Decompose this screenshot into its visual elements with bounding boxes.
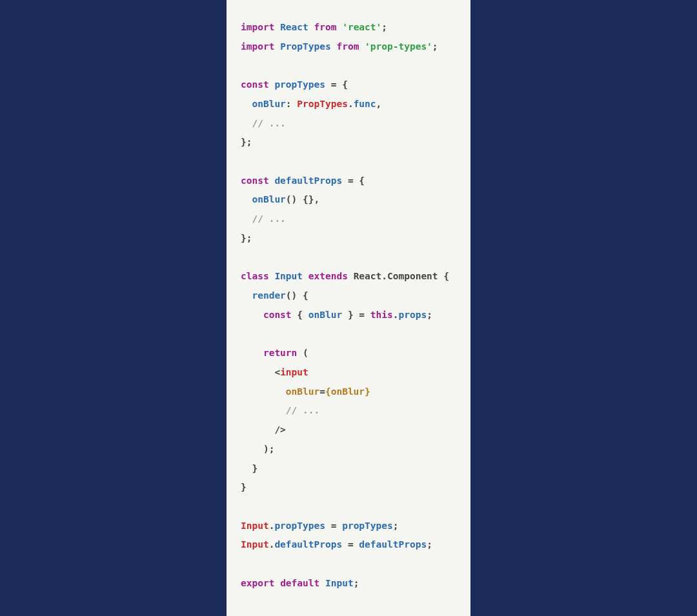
- code-token: =: [325, 521, 342, 531]
- code-token: [241, 463, 252, 473]
- code-token: =: [342, 539, 359, 550]
- code-line: [241, 248, 456, 268]
- code-token: React.Component: [354, 271, 438, 281]
- code-token: };: [241, 137, 252, 147]
- code-token: ;: [393, 521, 399, 531]
- code-token: [241, 310, 263, 320]
- code-token: [292, 310, 298, 320]
- code-token: (: [297, 348, 308, 358]
- code-token: [241, 194, 252, 204]
- code-token: [241, 386, 286, 397]
- code-token: () {},: [286, 194, 319, 204]
- code-token: [274, 22, 280, 32]
- code-line: onBlur={onBlur}: [241, 383, 456, 402]
- code-token: [274, 41, 280, 52]
- code-line: };: [241, 229, 456, 248]
- code-line: export default Input;: [241, 574, 456, 593]
- code-line: );: [241, 440, 456, 459]
- code-token: [438, 271, 444, 281]
- code-line: />: [241, 421, 456, 440]
- code-token: [348, 271, 354, 281]
- code-token: };: [241, 233, 252, 243]
- code-token: [241, 424, 274, 435]
- code-token: ;: [427, 539, 432, 550]
- code-token: ;: [427, 310, 432, 320]
- code-token: }: [241, 482, 247, 492]
- code-token: import: [241, 22, 274, 32]
- code-line: // ...: [241, 401, 456, 421]
- code-token: // ...: [252, 118, 285, 128]
- code-token: [241, 99, 252, 109]
- code-token: const: [241, 175, 269, 186]
- code-token: // ...: [252, 214, 285, 224]
- code-token: onBlur: [252, 194, 285, 204]
- code-line: onBlur() {},: [241, 190, 456, 210]
- code-token: onBlur: [331, 386, 365, 397]
- code-token: } =: [342, 310, 370, 320]
- code-block: import React from 'react';import PropTyp…: [241, 18, 456, 593]
- code-token: {: [359, 175, 365, 186]
- code-token: =: [325, 79, 342, 90]
- code-line: Input.propTypes = propTypes;: [241, 517, 456, 536]
- code-token: Input: [274, 271, 303, 281]
- code-line: import React from 'react';: [241, 18, 456, 37]
- code-line: [241, 152, 456, 172]
- code-token: :: [286, 99, 297, 109]
- code-token: ;: [381, 22, 387, 32]
- code-line: const propTypes = {: [241, 75, 456, 95]
- code-token: Input: [325, 578, 354, 588]
- code-token: [359, 41, 365, 52]
- code-token: [241, 214, 252, 224]
- code-token: import: [241, 41, 274, 52]
- code-token: propTypes: [274, 521, 325, 531]
- code-token: render: [252, 290, 285, 301]
- code-token: this: [370, 310, 393, 320]
- code-token: input: [280, 367, 308, 377]
- code-token: 'react': [342, 22, 381, 32]
- code-line: [241, 555, 456, 574]
- code-token: const: [263, 310, 292, 320]
- code-token: );: [263, 444, 274, 454]
- code-token: }: [365, 386, 370, 397]
- code-line: [241, 497, 456, 517]
- code-token: [241, 348, 263, 358]
- code-line: import PropTypes from 'prop-types';: [241, 37, 456, 57]
- code-token: export: [241, 578, 274, 588]
- code-token: ;: [354, 578, 359, 588]
- code-line: }: [241, 459, 456, 479]
- code-line: return (: [241, 344, 456, 363]
- code-token: {: [443, 271, 449, 281]
- code-token: [303, 271, 308, 281]
- code-token: [241, 405, 286, 415]
- code-line: [241, 56, 456, 75]
- code-token: // ...: [286, 405, 319, 415]
- code-token: onBlur: [286, 386, 319, 397]
- code-token: defaultProps: [274, 175, 342, 186]
- code-line: render() {: [241, 286, 456, 306]
- code-token: () {: [286, 290, 308, 301]
- code-token: [241, 118, 252, 128]
- code-line: <input: [241, 363, 456, 383]
- code-token: from: [314, 22, 337, 32]
- code-token: [241, 290, 252, 301]
- code-token: propTypes: [342, 521, 393, 531]
- code-token: [319, 578, 325, 588]
- code-line: }: [241, 478, 456, 497]
- code-token: class: [241, 271, 269, 281]
- code-token: {: [297, 310, 308, 320]
- code-token: Input: [241, 539, 269, 550]
- code-token: />: [274, 424, 285, 435]
- code-token: React: [280, 22, 308, 32]
- code-token: [241, 367, 274, 377]
- code-token: =: [319, 386, 325, 397]
- code-token: =: [342, 175, 359, 186]
- code-token: }: [252, 463, 258, 473]
- code-panel: import React from 'react';import PropTyp…: [227, 0, 470, 616]
- code-line: onBlur: PropTypes.func,: [241, 95, 456, 114]
- code-token: 'prop-types': [365, 41, 432, 52]
- code-line: // ...: [241, 210, 456, 229]
- code-line: // ...: [241, 114, 456, 134]
- code-token: func: [354, 99, 376, 109]
- code-token: [274, 578, 280, 588]
- code-token: default: [280, 578, 319, 588]
